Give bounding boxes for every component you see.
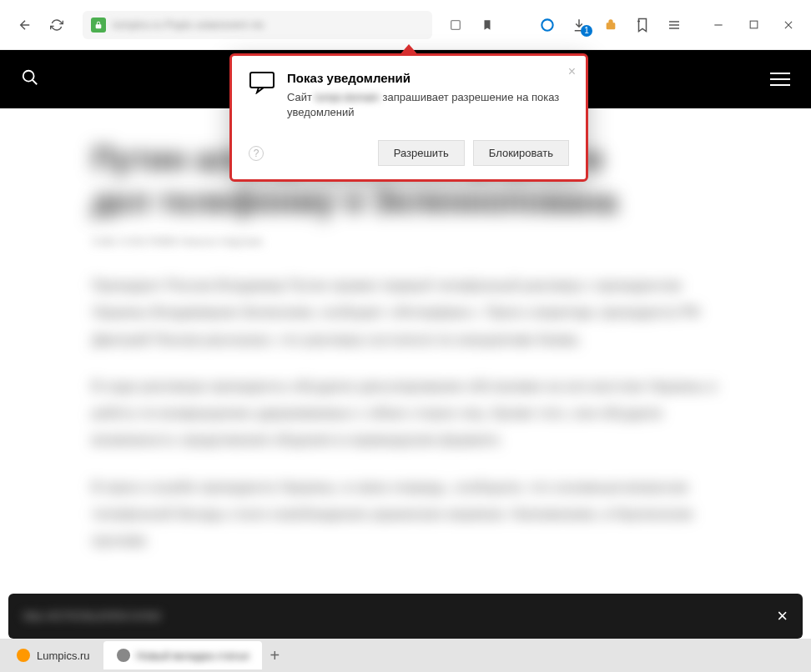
tab-favicon	[17, 649, 30, 662]
back-button[interactable]	[13, 13, 38, 38]
bookmark-icon[interactable]	[477, 15, 497, 35]
tab-lumpics[interactable]: Lumpics.ru	[3, 641, 103, 669]
reload-button[interactable]	[44, 13, 69, 38]
article-para-3: В пресс-службе президента Украины, в сво…	[92, 474, 719, 555]
close-button[interactable]	[778, 15, 798, 35]
svg-point-3	[23, 71, 34, 82]
help-icon[interactable]: ?	[249, 146, 264, 161]
address-bar[interactable]: lumpics.ru Popis ustanoveni vis	[83, 11, 432, 39]
banner-close-button[interactable]: ×	[777, 605, 788, 627]
download-badge: 1	[581, 25, 592, 37]
article-content: Путин альтернативном формате дел телефон…	[0, 108, 811, 614]
toolbar-right: 1	[446, 15, 798, 35]
url-text: lumpics.ru Popis ustanoveni vis	[113, 18, 264, 31]
chat-icon	[249, 71, 275, 98]
search-icon[interactable]	[21, 68, 39, 90]
svg-point-1	[542, 19, 552, 30]
reader-icon[interactable]	[446, 15, 466, 35]
popup-title: Показ уведомлений	[287, 71, 569, 85]
cookie-banner: МЫ ИСПОЛЬЗУЕМ КУКИ ×	[8, 594, 803, 639]
allow-button[interactable]: Разрешить	[378, 140, 465, 166]
window-controls	[708, 15, 798, 35]
article-para-2: В ходе разговора президенты обсудили уре…	[92, 374, 719, 454]
popup-close-button[interactable]: ×	[568, 64, 576, 79]
maximize-button[interactable]	[743, 15, 763, 35]
tab-label: Новый вкладка статья	[137, 649, 249, 662]
notification-permission-popup: × Показ уведомлений Сайт lumpi.domain за…	[229, 53, 588, 182]
hamburger-icon[interactable]	[770, 73, 790, 86]
tab-active[interactable]: Новый вкладка статья	[103, 641, 263, 669]
lock-icon	[91, 18, 106, 33]
favorites-icon[interactable]	[632, 15, 652, 35]
tab-label: Lumpics.ru	[37, 649, 90, 662]
tab-favicon	[117, 649, 130, 662]
article-title-2: дел телефонму о Зеленнопована	[92, 184, 719, 220]
block-button[interactable]: Блокировать	[473, 140, 569, 166]
popup-text: Сайт lumpi.domain запрашивает разрешение…	[287, 90, 569, 120]
menu-icon[interactable]	[664, 15, 684, 35]
article-meta: Сейс 5.50170990 Николо Нарские	[92, 235, 719, 248]
article-para-1: Президент России Владимир Путин провел п…	[92, 273, 719, 354]
browser-toolbar: lumpics.ru Popis ustanoveni vis 1	[0, 0, 811, 50]
svg-rect-2	[750, 21, 758, 28]
svg-rect-0	[451, 20, 461, 29]
tab-bar: Lumpics.ru Новый вкладка статья +	[0, 639, 811, 672]
minimize-button[interactable]	[708, 15, 728, 35]
svg-rect-4	[250, 73, 274, 88]
extension-icon[interactable]	[601, 15, 621, 35]
downloads-icon[interactable]: 1	[569, 15, 589, 35]
banner-text: МЫ ИСПОЛЬЗУЕМ КУКИ	[23, 609, 161, 623]
new-tab-button[interactable]: +	[262, 643, 287, 668]
yandex-icon[interactable]	[537, 15, 557, 35]
